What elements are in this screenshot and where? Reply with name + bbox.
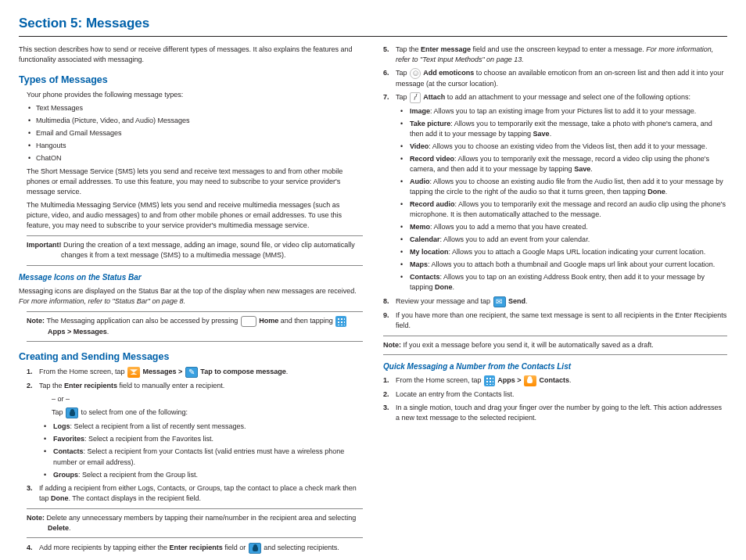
attach-option: Image: Allows you to tap an existing ima… bbox=[400, 106, 727, 117]
mms-paragraph: The Multimedia Messaging Service (MMS) l… bbox=[27, 200, 363, 231]
contacts-app-icon bbox=[524, 375, 536, 386]
step: Review your message and tap Send. bbox=[383, 296, 727, 307]
note-label: Note: bbox=[27, 317, 47, 325]
step: Tap Attach to add an attachment to your … bbox=[383, 92, 727, 293]
attach-option: My location: Allows you to attach a Goog… bbox=[400, 247, 727, 257]
attach-icon bbox=[410, 92, 421, 103]
quick-heading: Quick Messaging a Number from the Contac… bbox=[383, 361, 727, 373]
emoticon-icon bbox=[410, 68, 421, 79]
note-label: Note: bbox=[383, 341, 403, 349]
compose-icon bbox=[185, 367, 198, 378]
sub-option: Logs: Select a recipient from a list of … bbox=[44, 422, 363, 432]
status-icons-paragraph: Messaging icons are displayed on the Sta… bbox=[19, 286, 363, 307]
sub-option: Groups: Select a recipient from the Grou… bbox=[44, 470, 363, 480]
attach-option: Contacts: Allows you to tap on an existi… bbox=[400, 272, 727, 293]
attach-option: Maps: Allows you to attach both a thumbn… bbox=[400, 260, 727, 270]
sub-option: Contacts: Select a recipient from your C… bbox=[44, 447, 363, 467]
right-column: Tap the Enter message field and use the … bbox=[383, 41, 727, 557]
attach-option: Memo: Allows you to add a memo that you … bbox=[400, 222, 727, 232]
apps-icon bbox=[335, 316, 346, 327]
type-item: Email and Gmail Messages bbox=[27, 128, 363, 138]
or-separator: – or – bbox=[52, 394, 363, 404]
attach-option: Record video: Allows you to temporarily … bbox=[400, 154, 727, 174]
apps-icon bbox=[484, 375, 495, 386]
important-label: Important! bbox=[27, 241, 63, 249]
send-icon bbox=[493, 296, 506, 307]
contact-icon bbox=[249, 543, 261, 554]
attach-option: Video: Allows you to choose an existing … bbox=[400, 142, 727, 152]
creating-heading: Creating and Sending Messages bbox=[19, 350, 363, 364]
step: Locate an entry from the Contacts list. bbox=[383, 389, 727, 400]
note-callout-2: Note: Delete any unnecessary members by … bbox=[27, 508, 363, 538]
type-item: Text Messages bbox=[27, 103, 363, 113]
intro-paragraph: This section describes how to send or re… bbox=[19, 45, 363, 65]
home-icon bbox=[241, 316, 256, 327]
attach-option: Calendar: Allows you to add an event fro… bbox=[400, 235, 727, 245]
note-label: Note: bbox=[27, 514, 47, 522]
messages-icon bbox=[127, 367, 140, 378]
attach-option: Take picture: Allows you to temporarily … bbox=[400, 119, 727, 139]
step: Tap the Enter message field and use the … bbox=[383, 45, 727, 65]
note-callout-3: Note: If you exit a message before you s… bbox=[383, 336, 727, 355]
left-column: This section describes how to send or re… bbox=[19, 41, 363, 557]
sub-option: Favorites: Select a recipient from the F… bbox=[44, 434, 363, 444]
type-item: Multimedia (Picture, Video, and Audio) M… bbox=[27, 116, 363, 126]
status-icons-heading: Message Icons on the Status Bar bbox=[19, 272, 363, 284]
attach-option: Audio: Allows you to choose an existing … bbox=[400, 177, 727, 197]
types-heading: Types of Messages bbox=[19, 73, 363, 87]
step: In a single motion, touch and drag your … bbox=[383, 403, 727, 423]
section-title: Section 5: Messages bbox=[19, 14, 727, 37]
step: If adding a recipient from either Logs, … bbox=[27, 483, 363, 504]
type-item: ChatON bbox=[27, 153, 363, 163]
step: Add more recipients by tapping either th… bbox=[27, 543, 363, 554]
step: Tap the Enter recipients field to manual… bbox=[27, 381, 363, 479]
step: Tap Add emoticons to choose an available… bbox=[383, 68, 727, 89]
note-callout-1: Note: The Messaging application can also… bbox=[27, 311, 363, 342]
step: If you have more than one recipient, the… bbox=[383, 311, 727, 331]
type-item: Hangouts bbox=[27, 141, 363, 151]
important-text: During the creation of a text message, a… bbox=[61, 241, 355, 259]
types-lead: Your phone provides the following messag… bbox=[27, 90, 363, 100]
important-callout: Important! During the creation of a text… bbox=[27, 235, 363, 265]
contact-icon bbox=[66, 407, 78, 418]
step: From the Home screen, tap Messages > Tap… bbox=[27, 367, 363, 378]
step: From the Home screen, tap Apps > Contact… bbox=[383, 375, 727, 386]
attach-option: Record audio: Allows you to temporarily … bbox=[400, 199, 727, 220]
sms-paragraph: The Short Message Service (SMS) lets you… bbox=[27, 167, 363, 197]
